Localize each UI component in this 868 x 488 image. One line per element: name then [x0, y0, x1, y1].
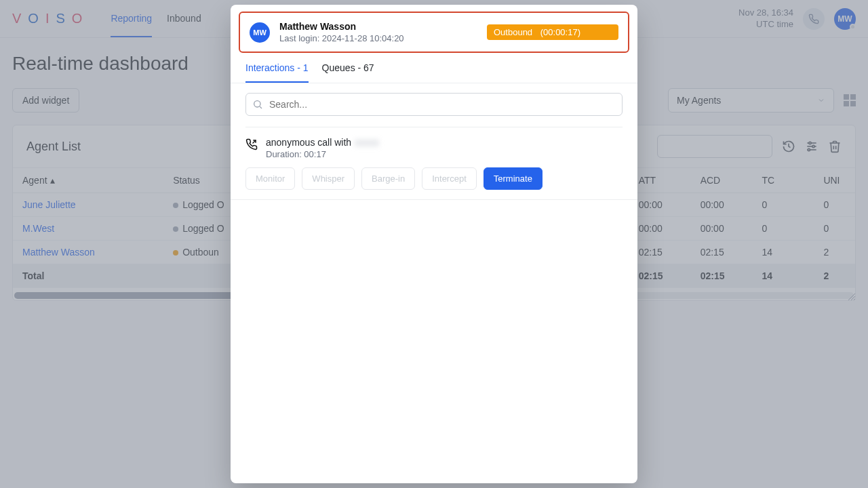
modal-header-highlight: MW Matthew Wasson Last login: 2024-11-28… — [239, 12, 629, 53]
agent-detail-modal: MW Matthew Wasson Last login: 2024-11-28… — [231, 5, 637, 483]
barge-in-button[interactable]: Barge-in — [361, 167, 415, 190]
svg-line-7 — [260, 106, 262, 108]
interaction-title: anonymous call with xxxx — [266, 137, 380, 148]
terminate-button[interactable]: Terminate — [484, 167, 542, 190]
modal-overlay[interactable]: MW Matthew Wasson Last login: 2024-11-28… — [0, 0, 868, 488]
tab-interactions[interactable]: Interactions - 1 — [245, 54, 309, 83]
interaction-duration: Duration: 00:17 — [266, 149, 380, 159]
search-icon — [252, 99, 263, 110]
svg-point-6 — [254, 101, 260, 107]
tab-queues[interactable]: Queues - 67 — [322, 54, 374, 83]
modal-search-input[interactable] — [245, 93, 623, 116]
whisper-button[interactable]: Whisper — [302, 167, 355, 190]
outbound-call-icon — [245, 138, 258, 150]
interaction-card: anonymous call with xxxx Duration: 00:17… — [231, 127, 637, 200]
status-badge: Outbound (00:00:17) — [487, 24, 618, 40]
monitor-button[interactable]: Monitor — [245, 167, 295, 190]
modal-avatar: MW — [250, 22, 270, 43]
modal-last-login: Last login: 2024-11-28 10:04:20 — [279, 33, 404, 43]
modal-agent-name: Matthew Wasson — [279, 21, 404, 32]
redacted-number: xxxx — [355, 137, 380, 148]
intercept-button[interactable]: Intercept — [422, 167, 477, 190]
